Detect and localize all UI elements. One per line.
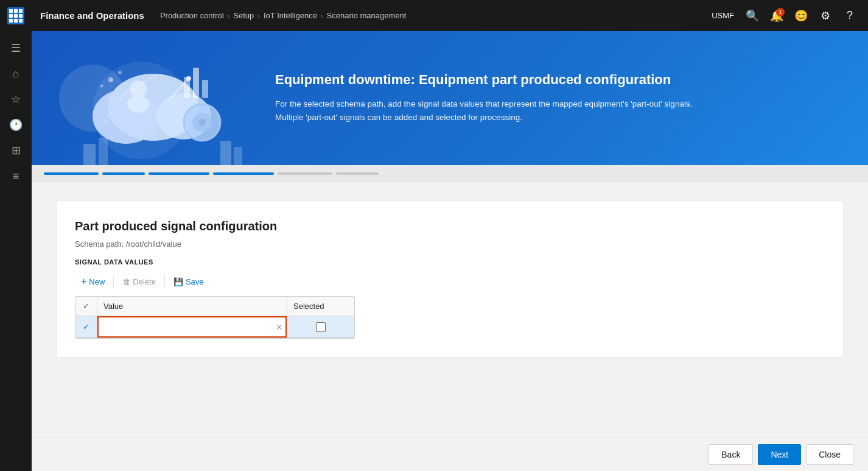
main-area: Equipment downtime: Equipment part produ… [32, 31, 868, 471]
sidebar-workspaces-button[interactable]: ⊞ [2, 138, 29, 163]
save-label: Save [186, 277, 204, 286]
sidebar: ☰ ⌂ ☆ 🕐 ⊞ ≡ [0, 31, 32, 471]
step-5 [278, 172, 332, 175]
nav-right: USMF 🔍 🔔 1 😊 ⚙ ? [712, 5, 861, 27]
check-icon: ✓ [83, 302, 89, 311]
selected-checkbox[interactable] [316, 322, 326, 332]
svg-point-3 [93, 89, 159, 144]
breadcrumb: Production control › Setup › IoT Intelli… [160, 11, 705, 20]
svg-rect-12 [202, 80, 208, 98]
signal-label: SIGNAL DATA VALUES [75, 258, 825, 266]
svg-point-23 [100, 85, 103, 88]
trash-icon: 🗑 [122, 277, 130, 286]
save-button[interactable]: 💾 Save [167, 274, 210, 289]
hero-title: Equipment downtime: Equipment part produ… [275, 72, 844, 88]
step-6 [336, 172, 379, 175]
row-check-icon: ✓ [83, 322, 89, 331]
step-1 [44, 172, 99, 175]
table-row: ✓ ✕ [75, 316, 354, 338]
toolbar-separator-2 [164, 276, 165, 287]
svg-point-7 [198, 119, 206, 126]
save-icon: 💾 [173, 277, 183, 286]
svg-rect-11 [193, 68, 199, 98]
breadcrumb-sep-3: › [321, 12, 323, 19]
user-label: USMF [712, 11, 734, 20]
svg-rect-18 [99, 138, 108, 165]
toolbar: + New 🗑 Delete 💾 Save [75, 273, 825, 290]
help-button[interactable]: ? [839, 5, 861, 27]
notification-badge: 1 [776, 8, 785, 16]
breadcrumb-sep-2: › [257, 12, 260, 19]
section-title: Part produced signal configuration [75, 219, 825, 233]
breadcrumb-sep-1: › [228, 12, 230, 19]
td-selected-cell [287, 316, 354, 338]
plus-icon: + [81, 276, 86, 287]
sidebar-home-button[interactable]: ⌂ [2, 62, 29, 86]
breadcrumb-production-control[interactable]: Production control [160, 11, 224, 20]
sidebar-favorites-button[interactable]: ☆ [2, 87, 29, 112]
td-value-cell: ✕ [97, 316, 287, 338]
th-check: ✓ [75, 297, 97, 316]
svg-rect-19 [220, 141, 231, 165]
settings-button[interactable]: ⚙ [814, 5, 836, 27]
delete-button[interactable]: 🗑 Delete [116, 274, 162, 289]
new-button[interactable]: + New [75, 273, 111, 290]
step-3 [149, 172, 209, 175]
value-input[interactable] [97, 316, 287, 338]
step-4 [213, 172, 274, 175]
signal-data-table: ✓ Value Selected ✓ ✕ [75, 296, 355, 339]
svg-rect-20 [234, 147, 242, 165]
hero-illustration [32, 31, 251, 165]
app-title: Finance and Operations [30, 10, 154, 21]
new-label: New [89, 277, 105, 286]
breadcrumb-iot[interactable]: IoT Intelligence [264, 11, 317, 20]
hero-description: For the selected schema path, add the si… [275, 97, 701, 124]
notifications-button[interactable]: 🔔 1 [766, 5, 788, 27]
hero-text: Equipment downtime: Equipment part produ… [251, 54, 868, 142]
top-nav: Finance and Operations Production contro… [0, 0, 868, 31]
breadcrumb-scenario[interactable]: Scenario management [327, 11, 407, 20]
sidebar-recent-button[interactable]: 🕐 [2, 113, 29, 137]
next-button[interactable]: Next [758, 444, 801, 465]
sidebar-menu-button[interactable]: ☰ [2, 36, 29, 60]
search-button[interactable]: 🔍 [741, 5, 763, 27]
close-button[interactable]: Close [806, 444, 853, 465]
td-check: ✓ [75, 316, 97, 338]
clear-input-button[interactable]: ✕ [276, 322, 283, 332]
svg-point-9 [127, 96, 149, 113]
section-card: Part produced signal configuration Schem… [56, 200, 844, 358]
breadcrumb-setup[interactable]: Setup [233, 11, 254, 20]
th-selected: Selected [287, 297, 354, 316]
schema-path: Schema path: /root/child/value [75, 239, 825, 249]
table-header: ✓ Value Selected [75, 297, 354, 316]
footer: Back Next Close [32, 437, 868, 471]
hero-banner: Equipment downtime: Equipment part produ… [32, 31, 868, 165]
sidebar-list-button[interactable]: ≡ [2, 164, 29, 188]
svg-rect-17 [83, 144, 96, 165]
delete-label: Delete [133, 277, 156, 286]
th-value: Value [97, 297, 287, 316]
waffle-button[interactable] [7, 7, 24, 24]
stepper-bar [32, 165, 868, 182]
content-area: Part produced signal configuration Schem… [32, 182, 868, 471]
step-2 [102, 172, 145, 175]
svg-point-22 [118, 71, 122, 74]
user-profile-button[interactable]: 😊 [790, 5, 812, 27]
back-button[interactable]: Back [709, 444, 753, 465]
toolbar-separator-1 [113, 276, 114, 287]
svg-point-21 [108, 77, 113, 82]
svg-point-16 [186, 76, 191, 81]
